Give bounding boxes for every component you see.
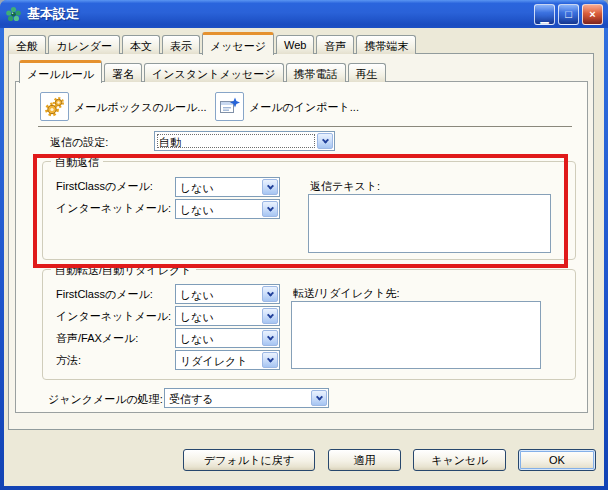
reply-text-input[interactable]	[308, 194, 551, 253]
close-icon: ×	[589, 8, 595, 20]
app-icon	[5, 6, 22, 23]
firstclass-mail-label: FirstClassのメール:	[56, 179, 153, 194]
restore-defaults-button[interactable]: デフォルトに戻す	[183, 449, 315, 471]
auto-reply-firstclass-select[interactable]: しない	[175, 177, 280, 197]
reply-setting-label: 返信の設定:	[50, 135, 108, 150]
focus-rect	[157, 134, 315, 148]
outer-tab-strip: 全般 カレンダー 本文 表示 メッセージ Web 音声 携帯端末	[8, 31, 418, 54]
auto-reply-group-title: 自動返信	[51, 155, 103, 170]
forward-firstclass-value: しない	[180, 288, 214, 303]
auto-reply-firstclass-value: しない	[180, 181, 214, 196]
forward-method-value: リダイレクト	[180, 354, 248, 369]
mailbox-rules-button[interactable]	[40, 92, 69, 121]
forward-firstclass-select[interactable]: しない	[175, 284, 280, 304]
method-label: 方法:	[56, 353, 81, 368]
chevron-down-icon[interactable]	[262, 330, 278, 346]
apply-button[interactable]: 適用	[328, 449, 401, 471]
voice-fax-mail-label: 音声/FAXメール:	[56, 331, 138, 346]
forward-voicefax-value: しない	[180, 332, 214, 347]
tab-mail-rules[interactable]: メールルール	[19, 60, 102, 83]
gears-icon	[43, 95, 67, 119]
internet-mail-label: インターネットメール:	[56, 201, 171, 216]
preferences-window: 基本設定 ▁ □ × 全般 カレンダー 本文 表示 メッセージ Web 音声 携…	[0, 0, 608, 490]
tab-general[interactable]: 全般	[8, 35, 46, 54]
minimize-button[interactable]: ▁	[534, 4, 555, 25]
chevron-down-icon[interactable]	[311, 390, 327, 406]
message-tab-page: メールルール 署名 インスタントメッセージ 携帯電話 再生	[8, 53, 594, 430]
tab-playback[interactable]: 再生	[348, 63, 386, 82]
cancel-label: キャンセル	[431, 453, 487, 468]
minimize-icon: ▁	[540, 11, 548, 24]
dialog-body: 全般 カレンダー 本文 表示 メッセージ Web 音声 携帯端末 メールルール …	[4, 28, 604, 486]
junk-mail-select[interactable]: 受信する	[164, 388, 329, 408]
tab-body-text[interactable]: 本文	[122, 35, 160, 54]
mail-import-label[interactable]: メールのインポート...	[249, 100, 359, 115]
junk-mail-value: 受信する	[169, 392, 214, 407]
mail-import-icon	[218, 95, 242, 119]
tab-instant-message[interactable]: インスタントメッセージ	[144, 63, 284, 82]
inner-tab-strip: メールルール 署名 インスタントメッセージ 携帯電話 再生	[19, 58, 388, 82]
cancel-button[interactable]: キャンセル	[413, 449, 506, 471]
tab-message[interactable]: メッセージ	[202, 32, 274, 55]
internet-mail-label: インターネットメール:	[56, 309, 171, 324]
tab-voice[interactable]: 音声	[316, 35, 354, 54]
tab-web[interactable]: Web	[276, 35, 314, 54]
chevron-down-icon[interactable]	[262, 286, 278, 302]
titlebar[interactable]: 基本設定 ▁ □ ×	[0, 0, 608, 28]
apply-label: 適用	[354, 453, 376, 468]
forward-internet-select[interactable]: しない	[175, 306, 280, 326]
forward-target-label: 転送/リダイレクト先:	[293, 286, 400, 301]
chevron-down-icon[interactable]	[262, 308, 278, 324]
chevron-down-icon[interactable]	[262, 352, 278, 368]
ok-label: OK	[549, 454, 565, 466]
tab-calendar[interactable]: カレンダー	[48, 35, 120, 54]
forward-method-select[interactable]: リダイレクト	[175, 350, 280, 370]
forward-voicefax-select[interactable]: しない	[175, 328, 280, 348]
junk-mail-label: ジャンクメールの処理:	[48, 392, 163, 407]
reply-setting-select[interactable]: 自動	[154, 131, 335, 151]
auto-reply-internet-select[interactable]: しない	[175, 199, 280, 219]
ok-button[interactable]: OK	[518, 449, 596, 471]
auto-reply-group: 自動返信 FirstClassのメール: しない インターネットメール: しない…	[42, 161, 576, 260]
auto-forward-group-title: 自動転送/自動リダイレクト	[51, 263, 196, 278]
reply-text-label: 返信テキスト:	[310, 179, 380, 194]
tab-mobile-phone[interactable]: 携帯電話	[286, 63, 346, 82]
restore-defaults-label: デフォルトに戻す	[204, 453, 294, 468]
firstclass-mail-label: FirstClassのメール:	[56, 287, 153, 302]
mail-rules-page: メールボックスのルール... メールのインポート...	[15, 81, 588, 413]
tab-signature[interactable]: 署名	[104, 63, 142, 82]
toolbar-divider	[38, 126, 572, 127]
auto-reply-internet-value: しない	[180, 203, 214, 218]
chevron-down-icon[interactable]	[262, 201, 278, 217]
maximize-button[interactable]: □	[558, 4, 579, 25]
forward-internet-value: しない	[180, 310, 214, 325]
forward-target-input[interactable]	[291, 301, 541, 369]
chevron-down-icon[interactable]	[317, 133, 333, 149]
close-button[interactable]: ×	[582, 4, 603, 25]
window-title: 基本設定	[27, 5, 531, 23]
tab-mobile-device[interactable]: 携帯端末	[356, 35, 416, 54]
auto-forward-group: 自動転送/自動リダイレクト FirstClassのメール: しない インターネッ…	[42, 269, 576, 380]
mail-import-button[interactable]	[215, 92, 244, 121]
chevron-down-icon[interactable]	[262, 179, 278, 195]
mailbox-rules-label[interactable]: メールボックスのルール...	[74, 100, 207, 115]
maximize-icon: □	[565, 8, 572, 20]
tab-display[interactable]: 表示	[162, 35, 200, 54]
